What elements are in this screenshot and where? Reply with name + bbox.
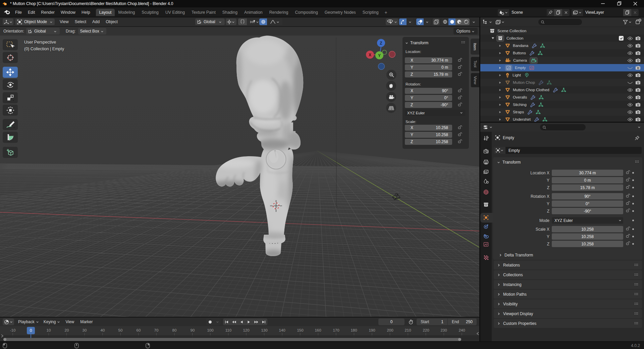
svg-text:X: X [369,53,371,57]
svg-text:Y: Y [378,53,381,58]
svg-text:Z: Z [380,41,382,46]
